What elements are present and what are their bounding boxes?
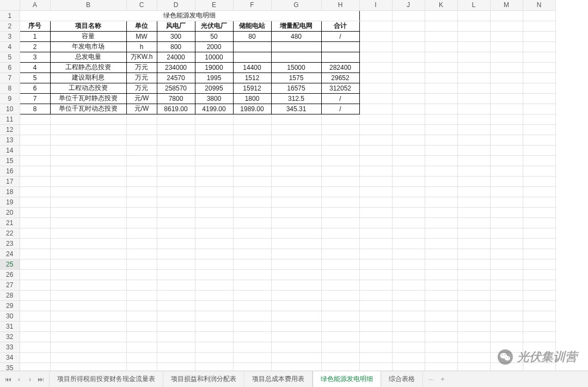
cell-I26[interactable] [359, 269, 392, 280]
cell-I15[interactable] [359, 155, 392, 166]
cell-L33[interactable] [457, 342, 490, 352]
cell-G12[interactable] [271, 124, 321, 135]
cell-L32[interactable] [457, 331, 490, 342]
cell-H13[interactable] [321, 135, 359, 145]
cell-A22[interactable] [20, 228, 50, 238]
cell-F13[interactable] [233, 135, 271, 145]
row-header-24[interactable]: 24 [0, 249, 20, 259]
cell-C19[interactable] [126, 197, 157, 207]
cell-F6[interactable]: 14400 [233, 62, 271, 72]
cell-D6[interactable]: 234000 [157, 62, 195, 72]
row-header-33[interactable]: 33 [0, 342, 20, 352]
cell-H16[interactable] [321, 166, 359, 176]
row-header-18[interactable]: 18 [0, 186, 20, 197]
cell-F9[interactable]: 1800 [233, 93, 271, 104]
cell-A7[interactable]: 5 [20, 72, 50, 83]
cell-L5[interactable] [457, 52, 490, 62]
cell-A1[interactable]: 绿色能源发电明细 [20, 10, 359, 21]
cell-M2[interactable] [490, 21, 523, 31]
cell-H28[interactable] [321, 290, 359, 300]
cell-N34[interactable] [523, 352, 555, 362]
cell-L6[interactable] [457, 62, 490, 72]
cell-D11[interactable] [157, 114, 195, 124]
cell-B21[interactable] [50, 217, 126, 228]
cell-A6[interactable]: 4 [20, 62, 50, 72]
cell-H3[interactable]: / [321, 31, 359, 41]
cell-E28[interactable] [195, 290, 233, 300]
cell-J23[interactable] [392, 238, 425, 249]
cell-I10[interactable] [359, 104, 392, 114]
cell-K12[interactable] [425, 124, 457, 135]
cell-K30[interactable] [425, 311, 457, 321]
cell-E23[interactable] [195, 238, 233, 249]
cell-N28[interactable] [523, 290, 555, 300]
cell-N5[interactable] [523, 52, 555, 62]
cell-N21[interactable] [523, 217, 555, 228]
col-header-H[interactable]: H [321, 0, 359, 10]
cell-D28[interactable] [157, 290, 195, 300]
cell-K11[interactable] [425, 114, 457, 124]
row-header-22[interactable]: 22 [0, 228, 20, 238]
cell-G16[interactable] [271, 166, 321, 176]
cell-B16[interactable] [50, 166, 126, 176]
cell-G28[interactable] [271, 290, 321, 300]
cell-N14[interactable] [523, 145, 555, 155]
cell-E33[interactable] [195, 342, 233, 352]
cell-C12[interactable] [126, 124, 157, 135]
cell-N26[interactable] [523, 269, 555, 280]
cell-N7[interactable] [523, 72, 555, 83]
cell-A16[interactable] [20, 166, 50, 176]
cell-L31[interactable] [457, 321, 490, 331]
cell-B27[interactable] [50, 280, 126, 290]
row-header-16[interactable]: 16 [0, 166, 20, 176]
cell-D17[interactable] [157, 176, 195, 186]
cell-K5[interactable] [425, 52, 457, 62]
cell-N9[interactable] [523, 93, 555, 104]
cell-N3[interactable] [523, 31, 555, 41]
cell-L24[interactable] [457, 249, 490, 259]
cell-E22[interactable] [195, 228, 233, 238]
cell-H35[interactable] [321, 362, 359, 371]
cell-B11[interactable] [50, 114, 126, 124]
cell-K33[interactable] [425, 342, 457, 352]
cell-E26[interactable] [195, 269, 233, 280]
col-header-K[interactable]: K [425, 0, 457, 10]
cell-C9[interactable]: 元/W [126, 93, 157, 104]
cell-G34[interactable] [271, 352, 321, 362]
cell-K29[interactable] [425, 300, 457, 311]
cell-A25[interactable] [20, 259, 50, 269]
cell-E5[interactable]: 10000 [195, 52, 233, 62]
cell-M4[interactable] [490, 41, 523, 52]
cell-L4[interactable] [457, 41, 490, 52]
col-header-J[interactable]: J [392, 0, 425, 10]
col-header-I[interactable]: I [359, 0, 392, 10]
cell-A11[interactable] [20, 114, 50, 124]
cell-E9[interactable]: 3800 [195, 93, 233, 104]
cell-I3[interactable] [359, 31, 392, 41]
cell-C2[interactable]: 单位 [126, 21, 157, 31]
cell-N17[interactable] [523, 176, 555, 186]
cell-H15[interactable] [321, 155, 359, 166]
cell-C23[interactable] [126, 238, 157, 249]
cell-I31[interactable] [359, 321, 392, 331]
cell-B2[interactable]: 项目名称 [50, 21, 126, 31]
cell-J26[interactable] [392, 269, 425, 280]
cell-E30[interactable] [195, 311, 233, 321]
cell-D31[interactable] [157, 321, 195, 331]
row-header-8[interactable]: 8 [0, 83, 20, 93]
cell-B12[interactable] [50, 124, 126, 135]
sheet-tab[interactable]: 项目总成本费用表 [244, 371, 313, 387]
row-header-32[interactable]: 32 [0, 331, 20, 342]
cell-C15[interactable] [126, 155, 157, 166]
cell-E25[interactable] [195, 259, 233, 269]
cell-A13[interactable] [20, 135, 50, 145]
cell-B3[interactable]: 容量 [50, 31, 126, 41]
cell-F23[interactable] [233, 238, 271, 249]
cell-G6[interactable]: 15000 [271, 62, 321, 72]
cell-F35[interactable] [233, 362, 271, 371]
cell-I1[interactable] [359, 10, 392, 21]
cell-D3[interactable]: 300 [157, 31, 195, 41]
cell-A10[interactable]: 8 [20, 104, 50, 114]
cell-K28[interactable] [425, 290, 457, 300]
cell-A15[interactable] [20, 155, 50, 166]
